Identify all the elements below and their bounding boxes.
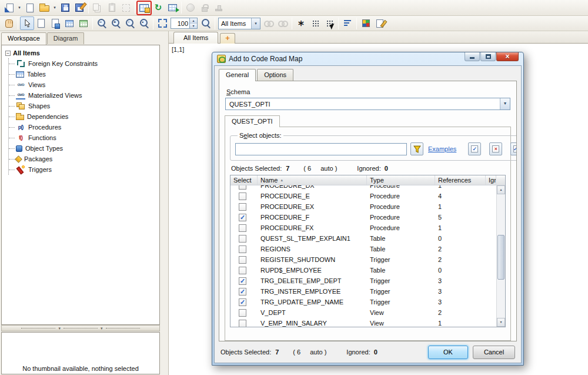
uncheck-all-button[interactable]: × xyxy=(489,142,502,155)
spin-down-icon[interactable]: ▾ xyxy=(190,24,197,28)
filter-button[interactable] xyxy=(410,142,423,155)
select-checkbox[interactable] xyxy=(239,224,246,232)
object-row[interactable]: QUEST_SL_TEMP_EXPLAIN1Table0 xyxy=(230,233,496,244)
select-checkbox[interactable] xyxy=(239,256,246,264)
object-row[interactable]: REGIONSTable2 xyxy=(230,244,496,254)
object-row[interactable]: PROCEDURE_DXProcedure1 xyxy=(230,185,496,191)
generate-code-button[interactable] xyxy=(165,1,179,15)
object-ignore[interactable] xyxy=(486,233,496,244)
link-edit-button[interactable] xyxy=(276,16,290,30)
save-all-button[interactable] xyxy=(72,1,86,15)
ok-button[interactable]: OK xyxy=(428,346,468,359)
select-checkbox[interactable] xyxy=(239,320,246,327)
cancel-button[interactable]: Cancel xyxy=(473,346,515,359)
object-row[interactable]: ✓TRG_DELETE_EMP_DEPTTrigger3 xyxy=(230,276,496,286)
open-model-dropdown[interactable]: ▾ xyxy=(51,1,58,15)
scroll-down-icon[interactable]: ▾ xyxy=(497,318,505,327)
close-button[interactable]: × xyxy=(496,52,519,61)
tab-all-items[interactable]: All Items xyxy=(173,32,218,44)
scrollbar-track[interactable] xyxy=(497,194,505,318)
tree-item-dependencies[interactable]: Dependencies xyxy=(9,111,159,122)
new-tab-button[interactable]: + xyxy=(220,33,235,44)
tab-diagram[interactable]: Diagram xyxy=(47,32,85,44)
snap-button[interactable] xyxy=(294,16,308,30)
paste-button[interactable] xyxy=(105,1,119,15)
tree-item-views[interactable]: ovoViews xyxy=(9,79,159,90)
tree-item-foreign-key-constraints[interactable]: Foreign Key Constraints xyxy=(9,58,159,69)
grid-dots-button[interactable] xyxy=(308,16,322,30)
schema-combobox[interactable]: QUEST_OPTI ▾ xyxy=(225,98,510,110)
panel-splitter[interactable]: ▾▾ xyxy=(1,325,160,331)
select-checkbox[interactable]: ✓ xyxy=(239,298,246,306)
tree-item-triggers[interactable]: Triggers xyxy=(9,164,159,175)
column-header-type[interactable]: Type xyxy=(367,175,435,185)
spin-up-icon[interactable]: ▴ xyxy=(190,18,197,24)
column-header-name[interactable]: Name▲ xyxy=(258,175,367,185)
grid-scrollbar[interactable]: ▴ ▾ xyxy=(496,185,505,327)
tab-options[interactable]: Options xyxy=(257,69,293,81)
object-ignore[interactable] xyxy=(486,307,496,318)
globe-button[interactable] xyxy=(183,1,198,15)
select-checkbox[interactable]: ✓ xyxy=(239,277,246,285)
object-row[interactable]: ✓TRG_UPDATE_EMP_NAMETrigger3 xyxy=(230,297,496,307)
object-ignore[interactable] xyxy=(486,265,496,276)
object-filter-input[interactable] xyxy=(235,143,407,155)
tab-general[interactable]: General xyxy=(219,69,256,81)
object-ignore[interactable] xyxy=(486,297,496,307)
tree-item-tables[interactable]: Tables xyxy=(9,69,159,79)
select-checkbox[interactable] xyxy=(239,235,246,243)
scroll-up-icon[interactable]: ▴ xyxy=(497,185,505,194)
pan-button[interactable] xyxy=(2,16,16,30)
object-row[interactable]: PROCEDURE_FXProcedure1 xyxy=(230,223,496,233)
object-ignore[interactable] xyxy=(486,254,496,265)
grid-snap-button[interactable] xyxy=(322,16,336,30)
link-button[interactable] xyxy=(262,16,276,30)
maximize-button[interactable] xyxy=(480,52,496,61)
new-view-button[interactable] xyxy=(76,16,91,30)
stamp-button[interactable] xyxy=(212,1,226,15)
new-model-dropdown[interactable]: ▾ xyxy=(16,1,23,15)
refresh-model-button[interactable] xyxy=(151,1,165,15)
select-checkbox[interactable] xyxy=(239,245,246,253)
object-ignore[interactable] xyxy=(486,201,496,212)
dialog-titlebar[interactable]: Add to Code Road Map × xyxy=(214,52,522,65)
select-checkbox[interactable] xyxy=(239,193,246,200)
chevron-down-icon[interactable]: ▾ xyxy=(251,18,260,29)
new-model-button[interactable] xyxy=(2,1,16,15)
edit-doc-button[interactable] xyxy=(373,16,387,30)
save-button[interactable] xyxy=(58,1,72,15)
new-table-button[interactable] xyxy=(62,16,76,30)
check-all-button[interactable]: ✓ xyxy=(468,142,481,155)
zoom-level-spinner[interactable]: 100▴▾ xyxy=(169,16,199,30)
zoom-fit-button[interactable] xyxy=(155,16,169,30)
sort-button[interactable] xyxy=(340,16,355,30)
tree-item-materialized-views[interactable]: ovoMaterialized Views xyxy=(9,90,159,101)
minimize-button[interactable] xyxy=(465,52,480,61)
open-model-button[interactable] xyxy=(37,1,51,15)
invert-selection-button[interactable]: ✓× xyxy=(510,142,517,155)
select-tool-button[interactable] xyxy=(20,16,34,30)
tab-workspace[interactable]: Workspace xyxy=(1,32,46,45)
chevron-down-icon[interactable]: ▾ xyxy=(500,98,510,109)
tree-item-procedures[interactable]: p()Procedures xyxy=(9,122,159,132)
add-to-code-road-map-button[interactable] xyxy=(137,1,151,15)
select-checkbox[interactable]: ✓ xyxy=(239,214,246,221)
object-ignore[interactable] xyxy=(486,191,496,201)
zoom-area-button[interactable]: ▪ xyxy=(137,16,151,30)
copy-button[interactable] xyxy=(91,1,105,15)
zoom-level-value[interactable]: 100 xyxy=(171,18,189,28)
object-ignore[interactable] xyxy=(486,212,496,223)
object-row[interactable]: PROCEDURE_EProcedure4 xyxy=(230,191,496,201)
object-row[interactable]: V_DEPTView2 xyxy=(230,307,496,318)
object-ignore[interactable] xyxy=(486,244,496,254)
scrollbar-thumb[interactable] xyxy=(497,235,505,280)
select-checkbox[interactable] xyxy=(239,267,246,274)
collapse-expander-icon[interactable]: − xyxy=(5,51,11,56)
object-row[interactable]: V_EMP_MIN_SALARYView1 xyxy=(230,318,496,327)
new-note-button[interactable] xyxy=(48,16,62,30)
items-filter-combo[interactable]: All Items▾ xyxy=(217,16,262,30)
new-page-button[interactable] xyxy=(23,1,37,15)
object-row[interactable]: RUPD$_EMPLOYEETable0 xyxy=(230,265,496,276)
report-button[interactable] xyxy=(359,16,373,30)
tree-item-packages[interactable]: Packages xyxy=(9,154,159,164)
